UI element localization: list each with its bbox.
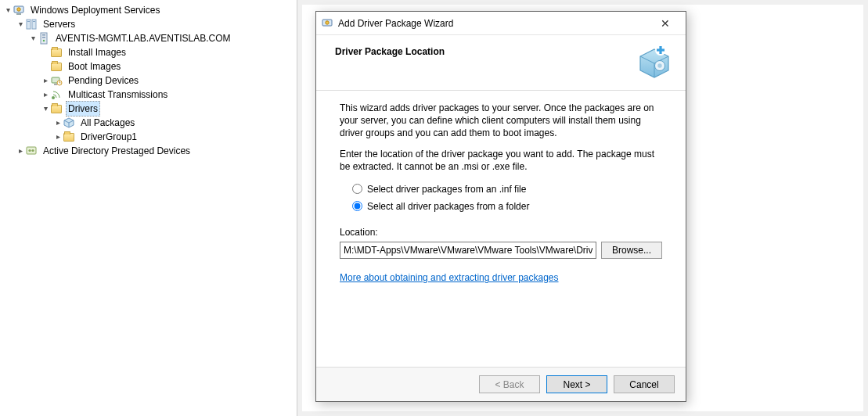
tree-all-packages[interactable]: ▸ All Packages [0, 116, 297, 130]
tree-boot-images[interactable]: ▸ Boot Images [0, 59, 297, 74]
more-info-link[interactable]: More about obtaining and extracting driv… [340, 272, 559, 283]
tree-servers[interactable]: ▾ Servers [0, 17, 297, 31]
dialog-content: This wizard adds driver packages to your… [316, 91, 686, 367]
next-button[interactable]: Next > [546, 375, 607, 393]
location-input[interactable] [340, 242, 596, 259]
radio-inf-file[interactable]: Select driver packages from an .inf file [352, 181, 662, 198]
svg-point-14 [52, 96, 55, 99]
intro-text: This wizard adds driver packages to your… [340, 102, 662, 140]
tree-label: Servers [41, 17, 77, 31]
ad-icon [25, 145, 38, 157]
multicast-icon [50, 88, 63, 101]
svg-rect-6 [33, 21, 35, 22]
close-button[interactable]: ✕ [650, 12, 681, 34]
chevron-right-icon[interactable]: ▸ [16, 144, 25, 158]
svg-rect-8 [42, 34, 45, 36]
package-add-icon [636, 45, 673, 82]
tree-label: Boot Images [66, 59, 123, 74]
servers-icon [25, 18, 38, 30]
svg-point-19 [326, 20, 329, 23]
tree-install-images[interactable]: ▸ Install Images [0, 45, 297, 59]
wds-icon [13, 4, 25, 16]
server-icon [38, 32, 50, 45]
page-heading: Driver Package Location [335, 45, 636, 57]
tree-drivergroup1[interactable]: ▸ DriverGroup1 [0, 130, 297, 144]
chevron-right-icon[interactable]: ▸ [53, 116, 63, 130]
svg-rect-5 [27, 21, 30, 22]
drivers-folder-icon [50, 102, 63, 115]
tree-label: Active Directory Prestaged Devices [41, 144, 193, 158]
svg-rect-12 [54, 84, 57, 85]
folder-icon [50, 60, 63, 73]
back-button[interactable]: < Back [479, 375, 540, 393]
svg-point-24 [657, 63, 661, 67]
wds-icon [321, 17, 333, 30]
tree-label: Multicast Transmissions [66, 88, 170, 102]
svg-rect-9 [42, 37, 45, 38]
titlebar[interactable]: Add Driver Package Wizard ✕ [316, 12, 686, 35]
dialog-header: Driver Package Location [316, 35, 686, 91]
radio-label: Select all driver packages from a folder [367, 200, 529, 213]
chevron-down-icon[interactable]: ▾ [16, 17, 25, 31]
chevron-down-icon[interactable]: ▾ [28, 31, 38, 45]
tree-label: Drivers [66, 101, 100, 117]
tree-label: DriverGroup1 [78, 130, 139, 144]
radio-folder-input[interactable] [352, 201, 362, 211]
driver-group-icon [63, 131, 75, 143]
tree-drivers[interactable]: ▾ Drivers [0, 102, 297, 116]
radio-inf-input[interactable] [352, 184, 362, 194]
chevron-down-icon[interactable]: ▾ [3, 3, 13, 17]
pending-icon [50, 74, 63, 87]
cancel-button[interactable]: Cancel [614, 375, 675, 393]
svg-point-17 [31, 149, 34, 152]
tree-ad-prestaged[interactable]: ▸ Active Directory Prestaged Devices [0, 144, 297, 158]
svg-rect-22 [659, 46, 661, 54]
packages-icon [63, 117, 75, 129]
tree-label: All Packages [78, 116, 137, 130]
svg-point-10 [43, 40, 45, 41]
location-label: Location: [340, 226, 662, 238]
tree-root[interactable]: ▾ Windows Deployment Services [0, 3, 297, 17]
svg-rect-1 [16, 13, 21, 15]
source-radio-group: Select driver packages from an .inf file… [352, 181, 662, 215]
svg-rect-15 [27, 147, 36, 154]
chevron-right-icon[interactable]: ▸ [53, 130, 63, 144]
folder-icon [50, 46, 63, 59]
svg-point-16 [28, 149, 31, 152]
add-driver-package-wizard: Add Driver Package Wizard ✕ Driver Packa… [315, 11, 686, 402]
enter-location-text: Enter the location of the driver package… [340, 148, 662, 173]
browse-button[interactable]: Browse... [601, 242, 662, 259]
tree-multicast[interactable]: ▸ Multicast Transmissions [0, 88, 297, 102]
radio-folder[interactable]: Select all driver packages from a folder [352, 198, 662, 215]
tree-label: Pending Devices [66, 74, 141, 88]
dialog-title: Add Driver Package Wizard [338, 18, 650, 29]
svg-rect-4 [32, 20, 36, 29]
tree-label: AVENTIS-MGMT.LAB.AVENTISLAB.COM [53, 31, 233, 45]
chevron-right-icon[interactable]: ▸ [41, 88, 50, 102]
mmc-tree: ▾ Windows Deployment Services ▾ Servers … [0, 0, 297, 416]
tree-label: Windows Deployment Services [28, 3, 162, 17]
chevron-down-icon[interactable]: ▾ [41, 102, 50, 116]
tree-label: Install Images [66, 45, 128, 59]
svg-rect-3 [27, 20, 31, 29]
svg-point-2 [17, 8, 20, 11]
tree-pending-devices[interactable]: ▸ Pending Devices [0, 74, 297, 88]
radio-label: Select driver packages from an .inf file [367, 183, 526, 195]
tree-server-fqdn[interactable]: ▾ AVENTIS-MGMT.LAB.AVENTISLAB.COM [0, 31, 297, 45]
chevron-right-icon[interactable]: ▸ [41, 74, 50, 88]
dialog-footer: < Back Next > Cancel [316, 367, 686, 401]
